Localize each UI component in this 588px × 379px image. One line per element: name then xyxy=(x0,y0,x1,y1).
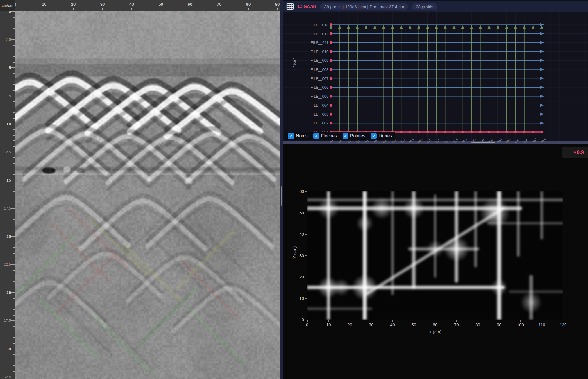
ruler-tick-mark xyxy=(11,11,15,12)
ruler-tick-label: 15 xyxy=(6,178,11,182)
checkbox-noms-label: Noms xyxy=(296,133,308,139)
ruler-tick-mark xyxy=(11,264,15,265)
map-y-axis-label: Y (cm) xyxy=(292,246,297,259)
checkbox-fleches[interactable]: ✓Flèches xyxy=(313,133,337,139)
ruler-tick-mark xyxy=(13,84,15,85)
display-options-bar: ✓Noms✓Flèches✓Pointés✓Lignes xyxy=(285,132,395,140)
ruler-tick-label: 22.5 xyxy=(4,262,11,267)
ruler-tick-mark xyxy=(11,152,15,152)
checkbox-pointes[interactable]: ✓Pointés xyxy=(343,133,365,139)
map-x-tick xyxy=(542,320,542,322)
ruler-tick-mark xyxy=(13,186,15,186)
ruler-tick-mark xyxy=(11,96,15,96)
ruler-tick-label: 0 xyxy=(15,2,16,7)
checkbox-lignes[interactable]: ✓Lignes xyxy=(371,133,392,139)
ruler-tick-mark xyxy=(13,337,15,338)
checkbox-fleches-box[interactable]: ✓ xyxy=(313,133,319,139)
ruler-tick-mark xyxy=(277,8,278,10)
ruler-tick-mark xyxy=(13,28,15,29)
checkbox-pointes-box[interactable]: ✓ xyxy=(343,133,348,139)
ruler-tick-label: 50 xyxy=(159,2,163,7)
ruler-tick-label: 10 xyxy=(6,121,11,126)
gain-badge: ×0.9 xyxy=(562,147,588,158)
ruler-tick-mark xyxy=(13,298,15,299)
ruler-tick-label: 25 xyxy=(6,290,11,295)
ruler-tick-mark xyxy=(13,231,15,231)
ruler-tick-mark xyxy=(11,67,15,68)
profile-row-label[interactable]: FILE__010 xyxy=(284,49,328,54)
ruler-tick-mark xyxy=(13,191,15,192)
ruler-tick-mark xyxy=(13,332,15,332)
checkbox-noms[interactable]: ✓Noms xyxy=(288,133,308,139)
map-y-tick xyxy=(305,213,307,213)
gpr-app-window: 0102030405060708090 02.557.51012.51517.5… xyxy=(0,0,588,379)
profile-row-label[interactable]: FILE__002 xyxy=(284,121,328,125)
panel-splitter[interactable] xyxy=(280,0,283,379)
ruler-tick-mark xyxy=(13,343,15,344)
cscan-header: C-Scan 38 profils | 120×61 cm | Prof. ma… xyxy=(283,0,588,12)
ruler-tick-mark xyxy=(15,8,15,10)
map-x-tick xyxy=(563,320,564,322)
ruler-tick-mark xyxy=(13,253,15,254)
ruler-tick-mark xyxy=(13,219,15,220)
cscan-stats-badge: 38 profils | 120×61 cm | Prof. max 37.4 … xyxy=(320,3,408,10)
profile-row-label[interactable]: FILE__004 xyxy=(284,103,328,107)
ruler-tick-label: 90 xyxy=(275,2,280,7)
splitter-handle[interactable] xyxy=(281,186,282,206)
profile-row-label[interactable]: FILE__008 xyxy=(284,67,328,71)
map-y-tick xyxy=(305,255,307,256)
map-y-tick xyxy=(305,320,307,320)
map-x-tick-label: 110 xyxy=(538,322,545,327)
profile-row-label[interactable]: FILE__011 xyxy=(284,41,328,45)
cscan-panel: C-Scan 38 profils | 120×61 cm | Prof. ma… xyxy=(283,0,588,144)
cscan-map-panel: ×0.9 01020304050607080901001101200102030… xyxy=(283,144,588,379)
ruler-tick-mark xyxy=(13,304,15,304)
profile-row-label[interactable]: FILE__005 xyxy=(284,94,328,98)
ruler-tick-mark xyxy=(11,208,15,209)
map-x-tick xyxy=(307,320,308,322)
survey-grid-plot[interactable] xyxy=(283,11,588,141)
grid-table-icon xyxy=(286,2,294,11)
ruler-tick-label: 20 xyxy=(6,234,11,239)
profile-row-label[interactable]: FILE__009 xyxy=(284,58,328,63)
profile-row-label[interactable]: FILE__006 xyxy=(284,85,328,90)
ruler-tick-label: 30 xyxy=(100,2,105,7)
checkbox-noms-box[interactable]: ✓ xyxy=(288,133,294,139)
ruler-tick-mark xyxy=(13,17,15,18)
profile-row-label[interactable]: FILE__013 xyxy=(284,23,328,27)
ruler-tick-mark xyxy=(102,8,103,10)
map-x-tick xyxy=(371,320,372,322)
profile-row-label[interactable]: FILE__003 xyxy=(284,112,328,116)
ruler-tick-label: 27.5 xyxy=(4,318,11,323)
profile-row-label[interactable]: FILE__012 xyxy=(284,31,328,36)
grid-y-axis-label: Y (cm) xyxy=(292,58,296,68)
ruler-tick-label: 70 xyxy=(217,2,222,7)
cscan-heatmap-image[interactable] xyxy=(307,191,563,320)
ruler-tick-mark xyxy=(13,360,15,360)
bscan-radargram-image[interactable] xyxy=(15,11,280,379)
ruler-tick-label: 2.5 xyxy=(6,37,11,42)
map-x-tick xyxy=(392,320,393,322)
checkbox-fleches-label: Flèches xyxy=(321,133,337,139)
ruler-tick-mark xyxy=(11,180,15,180)
checkbox-pointes-label: Pointés xyxy=(350,133,365,139)
ruler-tick-mark xyxy=(13,276,15,276)
ruler-tick-mark xyxy=(11,377,15,377)
map-x-tick xyxy=(520,320,521,322)
ruler-tick-label: 40 xyxy=(129,2,134,7)
map-x-tick-label: 120 xyxy=(559,322,566,327)
ruler-tick-mark xyxy=(13,101,15,102)
map-x-tick xyxy=(478,320,478,322)
ruler-tick-mark xyxy=(11,124,15,124)
ruler-tick-label: 5 xyxy=(9,65,11,70)
map-x-tick xyxy=(414,320,414,322)
ruler-tick-label: 7.5 xyxy=(6,93,11,98)
map-x-axis-label: X (cm) xyxy=(418,329,452,334)
map-x-tick-label: 20 xyxy=(347,322,352,327)
ruler-unit-label: cm/cm xyxy=(0,0,15,11)
profile-row-label[interactable]: FILE__007 xyxy=(284,76,328,80)
checkbox-lignes-label: Lignes xyxy=(379,133,392,139)
ruler-tick-mark xyxy=(13,270,15,271)
map-x-tick-label: 40 xyxy=(390,322,395,327)
checkbox-lignes-box[interactable]: ✓ xyxy=(371,133,377,139)
